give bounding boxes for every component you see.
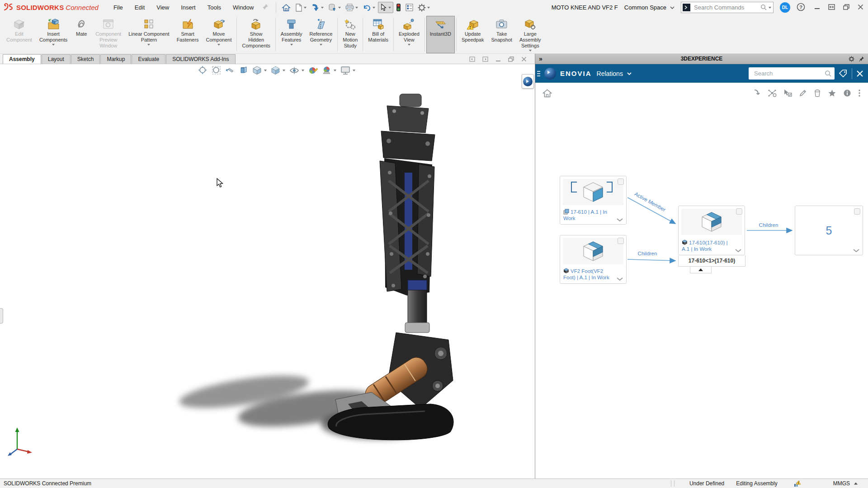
reference-geometry-button[interactable]: Reference Geometry (306, 16, 336, 53)
enovia-compass-icon[interactable] (544, 68, 556, 80)
search-caret-icon[interactable] (769, 7, 771, 9)
performance-warning-icon[interactable] (794, 480, 802, 487)
impact-analysis-icon[interactable] (768, 89, 777, 97)
home-button[interactable] (280, 2, 292, 13)
command-search-box[interactable] (681, 2, 774, 13)
bill-of-materials-button[interactable]: Bill of Materials (364, 16, 392, 53)
collapse-pane-left-icon[interactable] (469, 56, 475, 62)
smart-fasteners-button[interactable]: Smart Fasteners (173, 16, 203, 53)
graph-node-instance[interactable]: 17-610(17-610) | A.1 | In Work (678, 206, 745, 255)
update-speedpak-button[interactable]: Update Speedpak (458, 16, 488, 53)
tag-icon[interactable] (839, 69, 848, 78)
doc-close-icon[interactable] (521, 56, 527, 62)
linear-component-pattern-dropdown-icon[interactable] (147, 44, 150, 46)
relations-graph-canvas[interactable]: Active Member Children Children (535, 103, 868, 479)
take-snapshot-button[interactable]: Take Snapshot (487, 16, 515, 53)
large-assembly-settings-dropdown-icon[interactable] (529, 50, 532, 52)
node-checkbox[interactable] (618, 178, 624, 185)
move-component-dropdown-icon[interactable] (217, 44, 220, 46)
node-checkbox[interactable] (854, 208, 860, 215)
node-label[interactable]: 17-610(17-610) | A.1 | In Work (682, 239, 732, 252)
undo-button[interactable] (361, 2, 377, 13)
assembly-features-dropdown-icon[interactable] (290, 44, 293, 46)
save-to-3dexperience-button[interactable] (326, 2, 343, 13)
panel-settings-gear-icon[interactable] (849, 56, 854, 62)
graphics-viewport[interactable] (0, 64, 535, 479)
select-tool-button[interactable] (378, 2, 393, 13)
menu-insert[interactable]: Insert (176, 2, 201, 13)
node-label[interactable]: 17-610 | A.1 | In Work (563, 209, 614, 221)
info-icon[interactable] (843, 89, 851, 97)
rebuild-button[interactable] (394, 2, 403, 13)
tab-sketch[interactable]: Sketch (71, 54, 100, 64)
instance-sublabel[interactable]: 17-610<1>(17-610) (678, 255, 745, 267)
node-expand-chevron-icon[interactable] (616, 218, 623, 222)
options-list-button[interactable] (404, 2, 415, 13)
linear-component-pattern-button[interactable]: Linear Component Pattern (125, 16, 173, 53)
menu-file[interactable]: File (108, 2, 128, 13)
insert-components-dropdown-icon[interactable] (52, 44, 55, 46)
home-icon[interactable] (542, 89, 552, 98)
panel-title-bar[interactable]: » 3DEXPERIENCE (535, 54, 868, 64)
command-search-input[interactable] (693, 4, 760, 11)
panel-collapse-icon[interactable]: » (539, 55, 542, 62)
select-items-icon[interactable] (783, 89, 792, 97)
tab-evaluate[interactable]: Evaluate (132, 54, 165, 64)
tab-markup[interactable]: Markup (100, 54, 131, 64)
exploded-view-dropdown-icon[interactable] (408, 44, 410, 46)
node-expand-chevron-icon[interactable] (853, 249, 860, 253)
menu-view[interactable]: View (151, 2, 174, 13)
tab-layout[interactable]: Layout (42, 54, 71, 64)
viewport-edge-flyout-tab[interactable] (0, 308, 3, 324)
instant3d-button[interactable]: Instant3D (426, 16, 455, 53)
graph-node-assembly[interactable]: 17-610 | A.1 | In Work (560, 176, 627, 225)
node-expand-chevron-icon[interactable] (735, 249, 742, 253)
collapse-pane-right-icon[interactable] (482, 56, 488, 62)
reference-geometry-dropdown-icon[interactable] (320, 44, 322, 46)
node-checkbox[interactable] (736, 208, 742, 215)
delete-trash-icon[interactable] (814, 89, 821, 97)
exploded-view-button[interactable]: Exploded View (395, 16, 423, 53)
tab-solidworks-add-ins[interactable]: SOLIDWORKS Add-Ins (166, 54, 235, 64)
show-hidden-components-button[interactable]: Show Hidden Components (238, 16, 274, 53)
pin-menu-icon[interactable] (262, 4, 269, 11)
panel-search-input[interactable] (753, 70, 825, 77)
edge-children-left[interactable] (627, 259, 675, 261)
favorite-star-icon[interactable] (828, 89, 836, 97)
new-document-button[interactable] (293, 2, 308, 13)
menu-edit[interactable]: Edit (130, 2, 150, 13)
graph-node-children-count[interactable]: 5 (795, 206, 863, 255)
menu-window[interactable]: Window (228, 2, 259, 13)
move-component-button[interactable]: Move Component (203, 16, 236, 53)
new-motion-study-button[interactable]: New Motion Study (339, 16, 361, 53)
doc-minimize-icon[interactable] (495, 57, 501, 62)
panel-grip-handle[interactable] (537, 71, 540, 76)
model-prosthetic-leg[interactable] (0, 64, 535, 479)
close-button[interactable] (858, 4, 863, 11)
expand-down-icon[interactable] (753, 89, 761, 97)
panel-pin-icon[interactable] (859, 56, 864, 62)
collapse-branch-button[interactable] (690, 267, 712, 273)
restore-button[interactable] (843, 4, 849, 11)
node-expand-chevron-icon[interactable] (616, 277, 623, 281)
doc-restore-icon[interactable] (508, 56, 514, 62)
span-displays-button[interactable] (828, 4, 835, 11)
more-options-kebab-icon[interactable] (858, 89, 861, 97)
help-button[interactable]: ? (797, 3, 805, 13)
units-dropdown-icon[interactable] (854, 483, 858, 485)
panel-search-box[interactable] (749, 67, 835, 80)
panel-close-icon[interactable] (856, 70, 863, 77)
save-button[interactable] (309, 2, 326, 13)
menu-tools[interactable]: Tools (203, 2, 226, 13)
collaborative-space-selector[interactable]: Common Space (624, 4, 675, 11)
minimize-button[interactable] (814, 4, 820, 11)
3dexperience-compass-button[interactable] (522, 74, 534, 89)
tab-assembly[interactable]: Assembly (3, 54, 41, 64)
assembly-features-button[interactable]: Assembly Features (277, 16, 306, 53)
insert-components-button[interactable]: Insert Components (36, 16, 71, 53)
view-chevron-down-icon[interactable] (627, 72, 632, 75)
large-assembly-settings-button[interactable]: Large Assembly Settings (516, 16, 545, 53)
graph-node-vf2-foot[interactable]: VF2 Foot(VF2 Foot) | A.1 | In Work (560, 235, 627, 284)
print-button[interactable] (344, 2, 360, 13)
edit-pencil-icon[interactable] (799, 89, 807, 97)
